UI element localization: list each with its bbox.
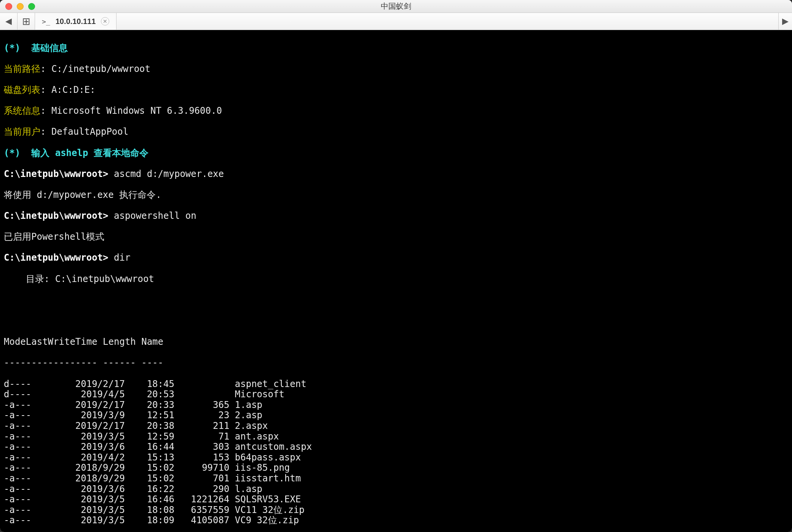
cell-mode: d---- xyxy=(4,379,53,390)
cell-date: 2019/2/17 xyxy=(53,400,125,411)
cell-name: Microsoft xyxy=(229,389,284,400)
cell-time: 12:51 xyxy=(125,410,174,421)
cell-time: 12:59 xyxy=(125,432,174,442)
toolbar-spacer xyxy=(117,13,778,30)
close-window-button[interactable] xyxy=(5,3,12,10)
cell-mode: -a--- xyxy=(4,442,53,452)
maximize-window-button[interactable] xyxy=(28,3,35,10)
app-window: 中国蚁剑 ◀ ⊞ >_ 10.0.10.111 ✕ ▶ (*) 基础信息 当前路… xyxy=(0,0,792,532)
cell-length: 290 xyxy=(174,484,229,495)
close-icon: ✕ xyxy=(103,18,107,24)
cell-date: 2019/3/9 xyxy=(53,410,125,421)
forward-button[interactable]: ▶ xyxy=(778,13,792,30)
section-header: (*) 基础信息 xyxy=(4,43,788,54)
cell-length: 1221264 xyxy=(174,494,229,505)
chevron-left-icon: ◀ xyxy=(5,16,12,26)
output-line: 已启用Powershell模式 xyxy=(4,232,788,242)
table-row: -a---2019/3/516:461221264SQLSRV53.EXE xyxy=(4,494,788,505)
minimize-window-button[interactable] xyxy=(17,3,24,10)
cell-name: iis-85.png xyxy=(229,463,290,473)
table-row: -a---2019/3/518:094105087VC9 32位.zip xyxy=(4,515,788,526)
info-label: 当前用户 xyxy=(4,126,40,137)
cell-mode: -a--- xyxy=(4,473,53,484)
terminal-icon: >_ xyxy=(42,18,50,25)
table-row: -a---2019/2/1720:382112.aspx xyxy=(4,421,788,432)
cell-mode: -a--- xyxy=(4,421,53,432)
tab-close-button[interactable]: ✕ xyxy=(101,17,109,25)
window-title: 中国蚁剑 xyxy=(0,1,792,11)
cell-mode: -a--- xyxy=(4,452,53,463)
prompt-line: C:\inetpub\wwwroot> ascmd d:/mypower.exe xyxy=(4,169,788,180)
cell-time: 16:46 xyxy=(125,494,174,505)
cell-length: 365 xyxy=(174,400,229,411)
table-row: -a---2018/9/2915:02701iisstart.htm xyxy=(4,473,788,484)
toolbar-buttons: ◀ ⊞ xyxy=(0,13,35,30)
command: dir xyxy=(114,252,130,263)
cell-time: 16:22 xyxy=(125,484,174,495)
cell-length: 211 xyxy=(174,421,229,432)
cell-length: 23 xyxy=(174,410,229,421)
grid-button[interactable]: ⊞ xyxy=(18,13,35,30)
prompt-line: C:\inetpub\wwwroot> aspowershell on xyxy=(4,211,788,221)
prompt-line: C:\inetpub\wwwroot> dir xyxy=(4,253,788,263)
cell-time: 20:53 xyxy=(125,389,174,400)
dir-listing: d----2019/2/1718:45aspnet_clientd----201… xyxy=(4,379,788,526)
cell-name: antcustom.aspx xyxy=(229,442,312,452)
col-lastwritetime: LastWriteTime xyxy=(26,336,103,347)
info-label: 当前路径 xyxy=(4,64,40,74)
table-row: -a---2019/3/912:51232.asp xyxy=(4,410,788,421)
cell-name: ant.aspx xyxy=(229,432,279,442)
table-rule: --------------------------- xyxy=(4,358,788,368)
info-line: 系统信息: Microsoft Windows NT 6.3.9600.0 xyxy=(4,106,788,116)
cell-mode: -a--- xyxy=(4,432,53,442)
table-row: d----2019/2/1718:45aspnet_client xyxy=(4,379,788,390)
table-header: ModeLastWriteTimeLengthName xyxy=(4,337,788,347)
cell-time: 18:08 xyxy=(125,505,174,516)
cell-time: 15:02 xyxy=(125,473,174,484)
cell-time: 16:44 xyxy=(125,442,174,452)
cell-mode: -a--- xyxy=(4,494,53,505)
cell-mode: -a--- xyxy=(4,463,53,473)
cell-name: aspnet_client xyxy=(229,379,306,390)
info-label: 磁盘列表 xyxy=(4,84,40,95)
cell-length: 99710 xyxy=(174,463,229,473)
back-button[interactable]: ◀ xyxy=(0,13,18,30)
cell-time: 18:09 xyxy=(125,515,174,526)
terminal-output[interactable]: (*) 基础信息 当前路径: C:/inetpub/wwwroot 磁盘列表: … xyxy=(0,30,792,532)
cell-name: 2.asp xyxy=(229,410,262,421)
chevron-right-icon: ▶ xyxy=(782,16,789,26)
cell-name: SQLSRV53.EXE xyxy=(229,494,301,505)
info-value: A:C:D:E: xyxy=(51,84,96,95)
titlebar: 中国蚁剑 xyxy=(0,0,792,13)
cell-date: 2018/9/29 xyxy=(53,473,125,484)
output-line: 将使用 d:/mypower.exe 执行命令. xyxy=(4,190,788,201)
col-length: Length xyxy=(103,336,136,347)
blank-line xyxy=(4,295,788,306)
cell-time: 15:13 xyxy=(125,452,174,463)
command: ascmd d:/mypower.exe xyxy=(114,169,224,179)
table-row: -a---2019/3/616:22290l.asp xyxy=(4,484,788,495)
cell-name: VC11 32位.zip xyxy=(229,505,304,516)
info-value: DefaultAppPool xyxy=(51,126,128,137)
cell-date: 2019/2/17 xyxy=(53,379,125,390)
cell-mode: -a--- xyxy=(4,410,53,421)
cell-name: l.asp xyxy=(229,484,262,495)
cell-name: iisstart.htm xyxy=(229,473,301,484)
cell-length: 4105087 xyxy=(174,515,229,526)
cell-name: 2.aspx xyxy=(229,421,268,432)
col-name: Name xyxy=(136,336,163,347)
cell-length: 71 xyxy=(174,432,229,442)
table-row: -a---2019/3/616:44303antcustom.aspx xyxy=(4,442,788,452)
cell-time: 20:33 xyxy=(125,400,174,411)
info-label: 系统信息 xyxy=(4,105,40,116)
tab-terminal[interactable]: >_ 10.0.10.111 ✕ xyxy=(35,13,117,30)
cell-date: 2019/3/5 xyxy=(53,494,125,505)
tab-label: 10.0.10.111 xyxy=(56,17,96,26)
section-header: (*) 输入 ashelp 查看本地命令 xyxy=(4,148,788,159)
cell-time: 15:02 xyxy=(125,463,174,473)
blank-line xyxy=(4,316,788,327)
cell-name: b64pass.aspx xyxy=(229,452,301,463)
table-row: -a---2019/2/1720:333651.asp xyxy=(4,400,788,411)
table-row: -a---2018/9/2915:0299710iis-85.png xyxy=(4,463,788,473)
prompt-path: C:\inetpub\wwwroot> xyxy=(4,252,109,263)
